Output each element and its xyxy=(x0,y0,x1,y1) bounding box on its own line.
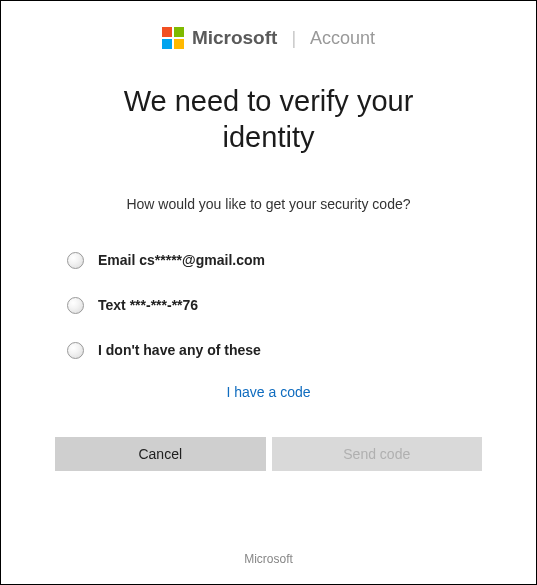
page-title: We need to verify your identity xyxy=(49,83,488,156)
prompt-text: How would you like to get your security … xyxy=(49,196,488,212)
header: Microsoft | Account xyxy=(49,27,488,49)
svg-rect-2 xyxy=(162,39,172,49)
footer-text: Microsoft xyxy=(1,552,536,566)
option-text[interactable]: Text ***-***-**76 xyxy=(67,297,470,314)
option-label: Text ***-***-**76 xyxy=(98,297,198,313)
svg-rect-3 xyxy=(174,39,184,49)
radio-icon[interactable] xyxy=(67,297,84,314)
option-email[interactable]: Email cs*****@gmail.com xyxy=(67,252,470,269)
svg-rect-1 xyxy=(174,27,184,37)
button-row: Cancel Send code xyxy=(49,437,488,471)
have-code-link[interactable]: I have a code xyxy=(226,384,310,400)
have-code-row: I have a code xyxy=(49,383,488,401)
brand-name: Microsoft xyxy=(192,27,278,49)
section-name: Account xyxy=(310,28,375,49)
microsoft-logo-icon xyxy=(162,27,184,49)
svg-rect-0 xyxy=(162,27,172,37)
cancel-button[interactable]: Cancel xyxy=(55,437,266,471)
radio-icon[interactable] xyxy=(67,252,84,269)
option-label: I don't have any of these xyxy=(98,342,261,358)
send-code-button[interactable]: Send code xyxy=(272,437,483,471)
option-none[interactable]: I don't have any of these xyxy=(67,342,470,359)
divider: | xyxy=(291,28,296,49)
radio-icon[interactable] xyxy=(67,342,84,359)
verification-options: Email cs*****@gmail.com Text ***-***-**7… xyxy=(49,252,488,359)
option-label: Email cs*****@gmail.com xyxy=(98,252,265,268)
